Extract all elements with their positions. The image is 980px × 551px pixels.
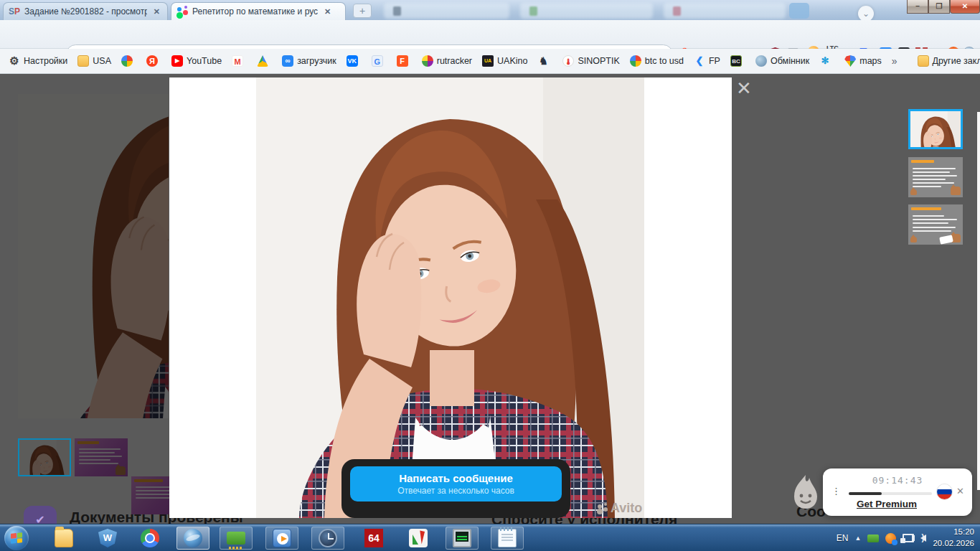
screen: SP Задание №2901882 - просмотр з ✕ Репет…	[0, 0, 980, 551]
taskbar-monitor-app-button[interactable]	[446, 527, 479, 550]
lightbox-photo[interactable]	[256, 77, 644, 518]
folder-icon	[918, 55, 929, 67]
taskbar-shield-app-button[interactable]: W	[91, 527, 124, 550]
tray-expand-icon[interactable]: ▲	[855, 534, 862, 542]
bookmark-gdrive[interactable]	[257, 55, 272, 67]
lightbox-close-icon[interactable]: ✕	[735, 80, 753, 97]
taskbar-notepad-button[interactable]	[491, 527, 524, 550]
start-button[interactable]	[4, 526, 29, 550]
gear-icon: ⚙	[9, 55, 20, 67]
globe-icon	[755, 55, 767, 67]
thermometer-icon: 🌡	[562, 55, 574, 67]
cat-illustration	[910, 189, 917, 195]
lightbox-thumbnail-3[interactable]	[908, 204, 963, 245]
tray-app-icon[interactable]	[885, 533, 896, 544]
hola-popup-card: 09:14:43 ⋮ ✕ Get Premium	[823, 468, 972, 516]
background-favicon	[673, 6, 681, 16]
tab-close-icon[interactable]: ✕	[151, 6, 162, 17]
clock-icon	[319, 529, 337, 547]
maps-pin-icon	[844, 55, 856, 67]
background-window-tab	[384, 3, 509, 19]
taskbar-clock-app-button[interactable]	[311, 527, 344, 550]
restore-button[interactable]: ❐	[928, 0, 950, 14]
bookmark-fp[interactable]: ❮FP	[694, 55, 720, 67]
bookmark-btc-to-usd[interactable]: btc to usd	[630, 55, 684, 67]
flashscore-icon: F	[397, 55, 408, 67]
bookmark-maps[interactable]: maps	[844, 55, 882, 67]
bookmark-vk[interactable]: VK	[347, 55, 362, 67]
windows-logo-icon	[11, 532, 22, 544]
menu-dots-icon[interactable]: ⋮	[831, 486, 841, 496]
folder-icon	[77, 55, 89, 67]
documents-verified-icon: ✔	[24, 506, 57, 524]
page-thumbnail-2[interactable]	[75, 438, 128, 476]
bookmark-sinoptik[interactable]: 🌡SINOPTIK	[562, 55, 619, 67]
tray-ram-icon[interactable]	[867, 534, 879, 542]
chess-icon: ♞	[537, 55, 549, 67]
yandex-icon: Я	[146, 55, 158, 67]
tab-avito-repetitor[interactable]: Репетитор по математике и русск ✕	[171, 2, 346, 20]
folder-icon	[55, 529, 73, 547]
bookmark-kyivstar[interactable]: ✻	[819, 55, 834, 67]
taskbar-browser-active-button[interactable]	[176, 527, 209, 550]
minimize-button[interactable]: –	[907, 0, 928, 14]
cat-illustration	[910, 237, 917, 242]
bookmarks-overflow-button[interactable]: »	[892, 55, 897, 67]
ru-flag-icon[interactable]	[936, 484, 953, 500]
tab-close-icon[interactable]: ✕	[322, 6, 333, 17]
64-icon: 64	[364, 529, 383, 547]
avito-watermark: Avito	[597, 501, 642, 516]
lightbox-thumbnail-2[interactable]	[908, 157, 963, 197]
bookmark-chess[interactable]: ♞	[537, 55, 552, 67]
write-message-button[interactable]: Написать сообщение Отвечает за несколько…	[350, 466, 562, 501]
kyivstar-star-icon: ✻	[819, 55, 831, 67]
system-tray: EN ▲ 15:20 20.02.2026	[837, 524, 980, 551]
bookmark-usa-folder[interactable]: USA	[77, 55, 111, 67]
cat-illustration	[951, 187, 961, 195]
hola-flame-icon[interactable]	[790, 474, 821, 509]
tab-task-2901882[interactable]: SP Задание №2901882 - просмотр з ✕	[3, 2, 168, 20]
get-premium-link[interactable]: Get Premium	[823, 499, 951, 509]
taskbar-gauge-app-button[interactable]	[402, 527, 435, 550]
taskbar-media-player-button[interactable]	[265, 527, 298, 550]
bookmark-translate[interactable]: G	[372, 55, 387, 67]
bookmark-bc[interactable]: BC	[730, 55, 745, 67]
taskbar-explorer-button[interactable]	[47, 527, 80, 550]
notepad-icon	[498, 529, 517, 547]
gdrive-icon	[257, 55, 268, 67]
clock-date: 20.02.2026	[933, 538, 974, 550]
chrome-icon	[141, 529, 159, 547]
language-indicator[interactable]: EN	[837, 533, 849, 543]
bookmark-youtube[interactable]: ▶YouTube	[171, 55, 222, 67]
chevron-down-icon[interactable]: ⌄	[858, 6, 874, 22]
page-thumbnail-1-selected[interactable]	[18, 438, 71, 476]
hola-close-icon[interactable]: ✕	[956, 486, 964, 496]
hola-timer: 09:14:43	[823, 475, 972, 486]
bookmark-rutracker[interactable]: rutracker	[422, 55, 472, 67]
new-tab-button[interactable]: +	[353, 4, 372, 18]
page-scrollbar-strip[interactable]	[977, 112, 980, 490]
other-bookmarks-folder[interactable]: Другие закладки	[918, 55, 980, 67]
background-window-tab	[664, 3, 786, 19]
lightbox-thumbnail-1-selected[interactable]	[908, 109, 963, 149]
taskbar-chrome-button[interactable]	[133, 527, 166, 550]
bookmark-uakino[interactable]: UAUAKino	[482, 55, 527, 67]
rutracker-icon	[422, 55, 433, 67]
bookmark-zagruzchik[interactable]: ∞загрузчик	[282, 55, 336, 67]
bookmark-google[interactable]	[121, 55, 136, 67]
close-window-button[interactable]: ✕	[950, 0, 980, 14]
paper-illustration	[939, 235, 953, 245]
bookmark-yandex[interactable]: Я	[146, 55, 161, 67]
bookmark-settings[interactable]: ⚙Настройки	[9, 55, 67, 67]
message-button-container: Написать сообщение Отвечает за несколько…	[341, 459, 570, 518]
bookmarks-bar: ⚙Настройки USA Я ▶YouTube M ∞загрузчик V…	[0, 49, 980, 74]
taskbar-clock[interactable]: 15:20 20.02.2026	[933, 527, 974, 549]
bookmark-flashscore[interactable]: F	[397, 55, 412, 67]
taskbar-64-app-button[interactable]: 64	[357, 527, 390, 550]
bookmark-obminnik[interactable]: Обмінник	[755, 55, 809, 67]
cat-illustration	[116, 466, 126, 475]
bookmark-gmail[interactable]: M	[232, 55, 247, 67]
shield-icon: W	[98, 529, 117, 547]
taskbar-memory-tool-button[interactable]	[220, 527, 253, 550]
volume-icon[interactable]	[920, 534, 926, 542]
